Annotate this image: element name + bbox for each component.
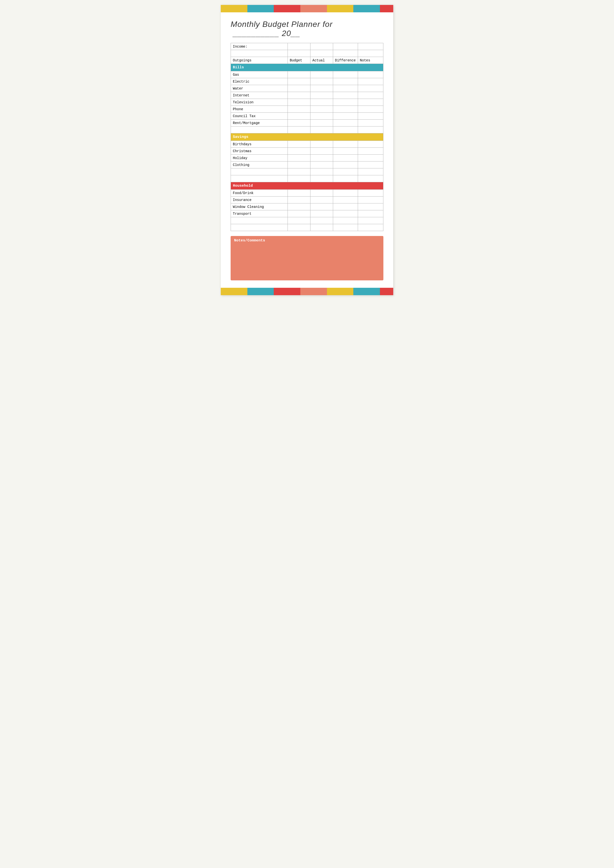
table-row: Transport	[231, 210, 383, 217]
table-container: Income: Outgoings Budget Actual Differen…	[221, 43, 393, 231]
savings-christmas: Christmas	[231, 148, 288, 155]
banner-block	[327, 5, 354, 12]
table-row: Window Cleaning	[231, 204, 383, 210]
banner-block	[300, 288, 327, 295]
banner-block	[247, 288, 274, 295]
bills-electric: Electric	[231, 78, 288, 85]
banner-block	[247, 5, 274, 12]
empty-row	[231, 50, 383, 57]
empty-row	[231, 175, 383, 182]
table-row: Internet	[231, 92, 383, 99]
savings-header-row: Savings	[231, 134, 383, 141]
page: Monthly Budget Planner for __________ 20…	[221, 5, 393, 295]
banner-block	[274, 5, 300, 12]
household-insurance: Insurance	[231, 196, 288, 204]
bills-council-tax: Council Tax	[231, 113, 288, 120]
banner-block	[300, 5, 327, 12]
empty-row	[231, 126, 383, 134]
empty-row	[231, 224, 383, 231]
budget-table: Income: Outgoings Budget Actual Differen…	[231, 43, 383, 231]
col-header-notes: Notes	[358, 57, 383, 64]
banner-block	[221, 5, 247, 12]
notes-title: Notes/Comments	[234, 238, 380, 243]
col-header-outgoings: Outgoings	[231, 57, 288, 64]
banner-block	[274, 288, 300, 295]
banner-block	[380, 5, 393, 12]
col-header-actual: Actual	[310, 57, 333, 64]
empty-row	[231, 217, 383, 224]
bills-internet: Internet	[231, 92, 288, 99]
table-row: Electric	[231, 78, 383, 85]
bottom-banner	[221, 288, 393, 295]
banner-block	[354, 288, 380, 295]
bills-header-row: Bills	[231, 64, 383, 71]
bills-television: Television	[231, 99, 288, 106]
bills-gas: Gas	[231, 71, 288, 78]
banner-block	[221, 288, 247, 295]
savings-clothing: Clothing	[231, 162, 288, 168]
banner-block	[354, 5, 380, 12]
bills-phone: Phone	[231, 106, 288, 113]
bills-label: Bills	[231, 64, 383, 71]
savings-holiday: Holiday	[231, 155, 288, 162]
table-row: Water	[231, 85, 383, 92]
banner-block	[380, 288, 393, 295]
bills-water: Water	[231, 85, 288, 92]
savings-birthdays: Birthdays	[231, 141, 288, 148]
table-row: Television	[231, 99, 383, 106]
table-row: Food/Drink	[231, 190, 383, 196]
household-window-cleaning: Window Cleaning	[231, 204, 288, 210]
notes-box: Notes/Comments	[231, 236, 383, 280]
table-row: Birthdays	[231, 141, 383, 148]
notes-container: Notes/Comments	[221, 236, 393, 280]
table-row: Rent/Mortgage	[231, 120, 383, 126]
income-row: Income:	[231, 43, 383, 50]
household-header-row: Household	[231, 182, 383, 190]
table-row: Clothing	[231, 162, 383, 168]
table-row: Phone	[231, 106, 383, 113]
household-label: Household	[231, 182, 383, 190]
col-header-budget: Budget	[288, 57, 310, 64]
title-area: Monthly Budget Planner for __________ 20…	[221, 12, 393, 43]
household-food-drink: Food/Drink	[231, 190, 288, 196]
page-title: Monthly Budget Planner for __________ 20…	[231, 20, 383, 38]
income-label: Income:	[231, 43, 288, 50]
table-row: Insurance	[231, 196, 383, 204]
table-row: Council Tax	[231, 113, 383, 120]
household-transport: Transport	[231, 210, 288, 217]
col-header-difference: Difference	[333, 57, 358, 64]
table-row: Gas	[231, 71, 383, 78]
banner-block	[327, 288, 354, 295]
bills-rent-mortgage: Rent/Mortgage	[231, 120, 288, 126]
empty-row	[231, 168, 383, 175]
table-row: Christmas	[231, 148, 383, 155]
column-headers: Outgoings Budget Actual Difference Notes	[231, 57, 383, 64]
table-row: Holiday	[231, 155, 383, 162]
savings-label: Savings	[231, 134, 383, 141]
top-banner	[221, 5, 393, 12]
